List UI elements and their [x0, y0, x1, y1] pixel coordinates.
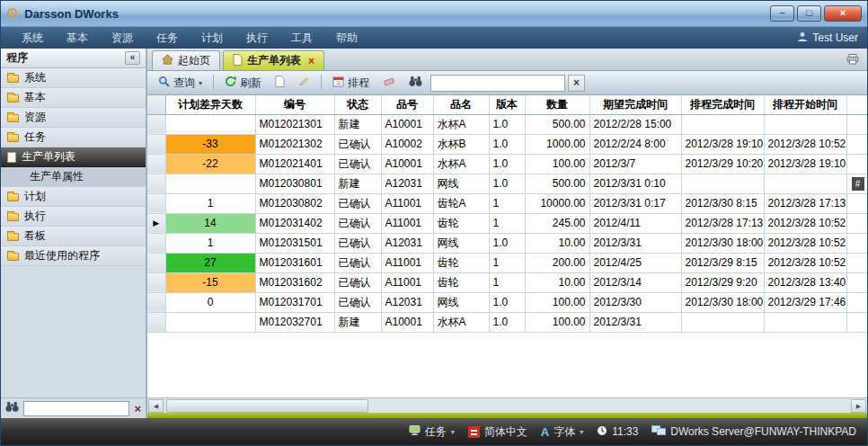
sidebar: 程序 « 系统基本资源任务生产单列表生产单属性计划执行看板最近使用的程序 × — [1, 49, 147, 418]
sidebar-search-clear-icon[interactable]: × — [134, 403, 141, 415]
sidebar-item-0[interactable]: 系统 — [1, 68, 146, 88]
sidebar-item-2[interactable]: 资源 — [1, 108, 146, 128]
scrollbar-track[interactable] — [164, 399, 850, 413]
toolbar-search-input[interactable] — [430, 75, 565, 92]
query-button[interactable]: 查询 ▾ — [153, 73, 208, 94]
row-selector[interactable] — [147, 292, 165, 312]
cell-ver: 1.0 — [489, 312, 525, 332]
tab-label: 生产单列表 — [247, 53, 301, 68]
edit-button[interactable] — [293, 73, 315, 93]
scroll-right-arrow[interactable]: ▶ — [851, 399, 866, 413]
table-row[interactable]: -22M012021401已确认A10001水杯A1.0100.002012/3… — [147, 154, 867, 174]
cell-expect: 2012/2/24 8:00 — [589, 134, 681, 154]
sidebar-item-1[interactable]: 基本 — [1, 88, 146, 108]
sidebar-collapse-button[interactable]: « — [125, 51, 140, 65]
table-row[interactable]: M012032701新建A10001水杯A1.0100.002012/3/31 — [147, 312, 867, 332]
folder-icon — [7, 134, 19, 142]
toolbar-clear-icon[interactable]: × — [568, 75, 585, 92]
sidebar-item-label: 资源 — [24, 110, 46, 125]
table-row[interactable]: M012030801新建A12031网线1.0500.002012/3/31 0… — [147, 174, 867, 193]
row-selector[interactable]: ▶ — [147, 213, 165, 233]
table-row[interactable]: -33M012021302已确认A10002水杯B1.01000.002012/… — [147, 134, 867, 154]
sidebar-item-3[interactable]: 任务 — [1, 128, 146, 147]
minimize-button[interactable]: − — [770, 5, 794, 22]
column-header[interactable]: 排程开始时间 — [764, 95, 846, 114]
grid-header-row: 计划差异天数 编号 状态 品号 品名 版本 数量 期望完成时间 排程完成时间 排… — [147, 95, 867, 114]
cell-partial — [846, 272, 867, 292]
cell-no: M012030802 — [255, 193, 334, 213]
menu-item-6[interactable]: 工具 — [279, 27, 324, 49]
table-row[interactable]: 1M012031501已确认A12031网线1.010.002012/3/312… — [147, 233, 867, 253]
calendar-icon — [332, 76, 344, 90]
scrollbar-thumb[interactable] — [166, 399, 368, 413]
table-row[interactable]: 1M012030802已确认A11001齿轮A110000.002012/3/3… — [147, 193, 867, 213]
sidebar-item-8[interactable]: 看板 — [1, 227, 146, 246]
close-button[interactable]: × — [824, 5, 862, 22]
row-selector[interactable] — [147, 233, 165, 253]
app-window: ⚙ Darsson DWorks − □ × 系统基本资源任务计划执行工具帮助 … — [0, 0, 868, 446]
sidebar-item-5[interactable]: 生产单属性 — [1, 167, 146, 187]
table-row[interactable]: ▶14M012031402已确认A11001齿轮1245.002012/4/11… — [147, 213, 867, 233]
menu-item-5[interactable]: 执行 — [235, 27, 279, 49]
column-header[interactable]: 版本 — [489, 95, 525, 114]
cell-expect: 2012/3/31 — [589, 312, 681, 332]
schedule-button[interactable]: 排程 — [327, 73, 375, 94]
tab-home[interactable]: 起始页 — [152, 50, 220, 70]
row-selector[interactable] — [147, 253, 165, 272]
folder-icon — [7, 213, 19, 221]
sidebar-item-7[interactable]: 执行 — [1, 207, 146, 227]
scroll-left-arrow[interactable]: ◀ — [148, 399, 164, 413]
row-selector[interactable] — [147, 134, 165, 154]
new-button[interactable] — [270, 73, 290, 93]
table-row[interactable]: 27M012031601已确认A11001齿轮1200.002012/4/252… — [147, 253, 867, 272]
eraser-button[interactable] — [377, 73, 401, 93]
app-gear-icon: ⚙ — [6, 6, 19, 21]
row-selector[interactable] — [147, 193, 165, 213]
column-header[interactable]: 品名 — [433, 95, 489, 114]
row-selector[interactable] — [147, 154, 165, 174]
menu-item-1[interactable]: 基本 — [55, 27, 100, 49]
sidebar-item-6[interactable]: 计划 — [1, 187, 146, 207]
refresh-button[interactable]: 刷新 — [219, 73, 267, 94]
menu-item-3[interactable]: 任务 — [145, 27, 190, 49]
table-row[interactable]: M012021301新建A10001水杯A1.0500.002012/2/28 … — [147, 114, 867, 134]
eraser-icon — [383, 76, 395, 90]
table-row[interactable]: -15M012031602已确认A11001齿轮110.002012/3/142… — [147, 272, 867, 292]
maximize-button[interactable]: □ — [797, 5, 821, 22]
binoculars-icon[interactable] — [5, 401, 19, 415]
row-selector[interactable] — [147, 272, 165, 292]
menu-item-0[interactable]: 系统 — [10, 27, 55, 49]
row-selector[interactable] — [147, 312, 165, 332]
row-selector[interactable] — [147, 114, 165, 134]
tab-close-icon[interactable]: × — [308, 55, 314, 67]
menu-item-7[interactable]: 帮助 — [324, 27, 369, 49]
status-bar: 任务 ▾ 简体中文 A 字体 ▾ 11:33 DWorks Server@FUN… — [1, 418, 867, 445]
statusbar-task[interactable]: 任务 ▾ — [409, 424, 455, 440]
horizontal-scrollbar[interactable]: ◀ ▶ — [147, 397, 867, 413]
tab-production-order-list[interactable]: 生产单列表 × — [223, 50, 324, 70]
cell-item: A12031 — [381, 174, 433, 193]
column-header[interactable]: 排程完成时间 — [681, 95, 764, 114]
table-row[interactable]: 0M012031701已确认A12031网线1.0100.002012/3/30… — [147, 292, 867, 312]
sidebar-search-input[interactable] — [23, 401, 129, 416]
sidebar-item-4[interactable]: 生产单列表 — [1, 147, 146, 167]
column-header[interactable]: 状态 — [334, 95, 381, 114]
sidebar-item-9[interactable]: 最近使用的程序 — [1, 246, 146, 266]
column-header[interactable]: 品号 — [381, 95, 433, 114]
menu-item-2[interactable]: 资源 — [100, 27, 145, 49]
column-header[interactable]: 期望完成时间 — [589, 95, 681, 114]
find-button[interactable] — [403, 73, 428, 93]
search-icon — [158, 76, 170, 90]
statusbar-language[interactable]: 简体中文 — [468, 424, 527, 440]
statusbar-font[interactable]: A 字体 ▾ — [541, 424, 583, 440]
task-label: 任务 — [425, 424, 447, 440]
printer-icon[interactable] — [843, 54, 863, 67]
user-area[interactable]: Test User — [797, 31, 858, 45]
cell-qty: 100.00 — [525, 154, 589, 174]
column-header[interactable]: 计划差异天数 — [165, 95, 255, 114]
cell-expect: 2012/3/30 — [589, 292, 681, 312]
column-header[interactable]: 编号 — [255, 95, 334, 114]
column-header[interactable]: 数量 — [525, 95, 589, 114]
menu-item-4[interactable]: 计划 — [190, 27, 235, 49]
row-selector[interactable] — [147, 174, 165, 193]
